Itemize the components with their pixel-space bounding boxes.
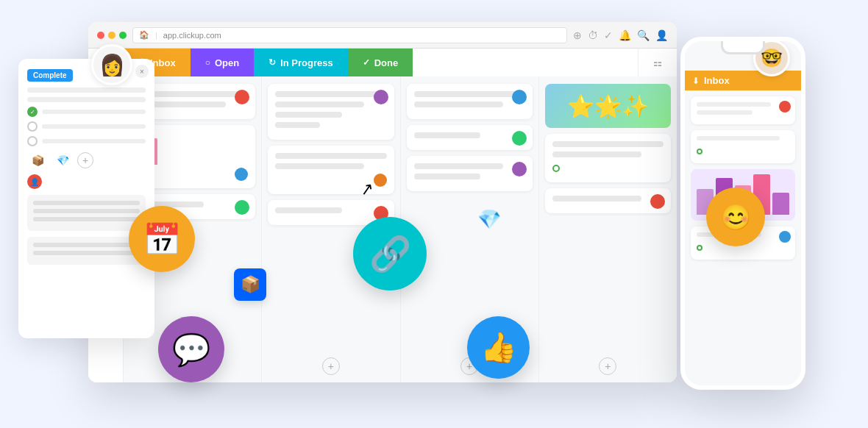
- tip-line-4: [414, 163, 503, 169]
- td-line-1: [552, 141, 664, 147]
- phone-card-1[interactable]: [691, 96, 795, 124]
- thumbsup-float-icon: 👍: [467, 316, 530, 379]
- card-avatar-4: [374, 90, 388, 104]
- check-line-3: [42, 139, 146, 143]
- task-card-ip-1[interactable]: [407, 84, 533, 119]
- to-line-1: [275, 91, 386, 97]
- card-avatar-5: [374, 174, 387, 187]
- to-line-3: [275, 112, 342, 118]
- check-line-1: [42, 110, 146, 114]
- dropbox-float-icon: 📦: [234, 268, 266, 301]
- lc-tl-2: [33, 209, 140, 213]
- url-bar[interactable]: 🏠 | app.clickup.com: [132, 27, 567, 43]
- to-line-7: [275, 207, 342, 213]
- inprogress-tab-icon: ↻: [268, 57, 276, 68]
- complete-badge: Complete: [27, 69, 73, 82]
- maximize-dot[interactable]: [119, 32, 127, 39]
- open-tab-icon: ○: [205, 57, 210, 68]
- pc-avatar-2: [779, 231, 791, 243]
- tab-more[interactable]: ⚏: [638, 49, 677, 76]
- phone-inbox-label: Inbox: [704, 75, 730, 86]
- calendar-float-icon: 📅: [129, 206, 195, 272]
- check-empty-1: [27, 121, 38, 132]
- emoji-float-icon: 😊: [706, 188, 765, 246]
- lc-text-block-2: [27, 237, 146, 265]
- lc-text-block: [27, 195, 146, 231]
- pc-line-3: [697, 136, 780, 140]
- td-line-3: [552, 196, 641, 201]
- emoji-icon-glyph: 😊: [720, 202, 751, 232]
- phone-notch: [721, 41, 765, 54]
- done-tab-icon: ✓: [363, 57, 370, 68]
- pc-avatar-1: [779, 101, 791, 113]
- phone-topbar: 🤓: [685, 56, 801, 71]
- check-empty-2: [27, 136, 38, 146]
- tab-open[interactable]: ○ Open: [191, 49, 254, 76]
- lc-line-1: [27, 88, 146, 93]
- lc-avatar-row: 👤: [27, 174, 146, 189]
- pc-line-2: [697, 110, 753, 115]
- search-icon[interactable]: 🔍: [637, 29, 650, 41]
- chat-float-icon: 💬: [158, 316, 224, 382]
- kanban-col-done: ⭐🌟✨ +: [539, 76, 677, 382]
- task-card-ip-3[interactable]: [407, 156, 533, 191]
- phone-card-2[interactable]: [691, 130, 795, 163]
- left-card: 👩 × Complete ✓ 📦 💎 + 👤: [18, 59, 154, 338]
- tip-line-2: [414, 101, 503, 107]
- card-avatar-10: [650, 194, 665, 209]
- link-float-icon: 🔗: [353, 217, 427, 290]
- sketch-tool[interactable]: 💎: [52, 152, 73, 168]
- home-icon: 🏠: [139, 30, 149, 40]
- link-icon-glyph: 🔗: [369, 234, 411, 274]
- card-avatar-1: [235, 90, 249, 104]
- open-tab-label: Open: [215, 57, 239, 68]
- user-avatar-icon[interactable]: 👤: [655, 29, 668, 41]
- ph-bar-5: [772, 193, 789, 215]
- close-dot[interactable]: [97, 32, 104, 39]
- close-button[interactable]: ×: [135, 65, 149, 78]
- sketch-float-icon: 💎: [476, 206, 502, 232]
- tip-line-3: [414, 132, 481, 138]
- task-card-open-1[interactable]: [268, 84, 394, 140]
- chat-icon-glyph: 💬: [172, 332, 210, 368]
- left-card-avatar: 👩: [91, 44, 132, 85]
- add-tool[interactable]: +: [77, 152, 93, 168]
- sketch-glyph: 💎: [477, 208, 501, 231]
- add-card-done[interactable]: +: [599, 357, 616, 375]
- tab-done[interactable]: ✓ Done: [348, 49, 413, 76]
- dropbox-tool[interactable]: 📦: [27, 152, 48, 168]
- lc-tools: 📦 💎 +: [27, 152, 146, 168]
- browser-action-icons: ⊕ ⏱ ✓ 🔔 🔍 👤: [573, 29, 668, 41]
- check-item-3: [27, 136, 146, 146]
- check-icon[interactable]: ✓: [604, 29, 613, 41]
- lc-line-2: [27, 97, 146, 102]
- lc-tl-4: [33, 243, 140, 247]
- bell-icon[interactable]: 🔔: [619, 29, 631, 41]
- to-line-5: [275, 153, 386, 159]
- card-avatar-3: [235, 200, 249, 215]
- task-card-open-2[interactable]: [268, 146, 394, 194]
- phone-header: ⬇ Inbox: [685, 71, 801, 90]
- lc-tl-5: [33, 251, 140, 255]
- task-card-done-1[interactable]: [545, 134, 671, 182]
- check-item-1: ✓: [27, 107, 146, 117]
- to-line-6: [275, 163, 364, 169]
- td-line-2: [552, 151, 641, 157]
- window-controls: [97, 32, 127, 39]
- add-card-open[interactable]: +: [322, 357, 340, 375]
- card-avatar-7: [512, 90, 527, 104]
- card-avatar-2: [235, 168, 248, 181]
- thumbsup-icon-glyph: 👍: [480, 330, 517, 365]
- to-line-4: [275, 122, 320, 128]
- timer-icon[interactable]: ⏱: [588, 29, 598, 41]
- phone-inbox-icon: ⬇: [692, 76, 700, 86]
- card-avatar-row-2: [275, 174, 386, 187]
- minimize-dot[interactable]: [108, 32, 115, 39]
- browser-titlebar: 🏠 | app.clickup.com ⊕ ⏱ ✓ 🔔 🔍 👤: [88, 22, 677, 49]
- card-avatar-9: [512, 162, 527, 176]
- tab-inprogress[interactable]: ↻ In Progress: [254, 49, 348, 76]
- task-card-ip-2[interactable]: [407, 125, 533, 150]
- task-card-done-2[interactable]: [545, 188, 671, 213]
- lc-avatar-1: 👤: [27, 174, 42, 189]
- add-icon[interactable]: ⊕: [573, 29, 582, 41]
